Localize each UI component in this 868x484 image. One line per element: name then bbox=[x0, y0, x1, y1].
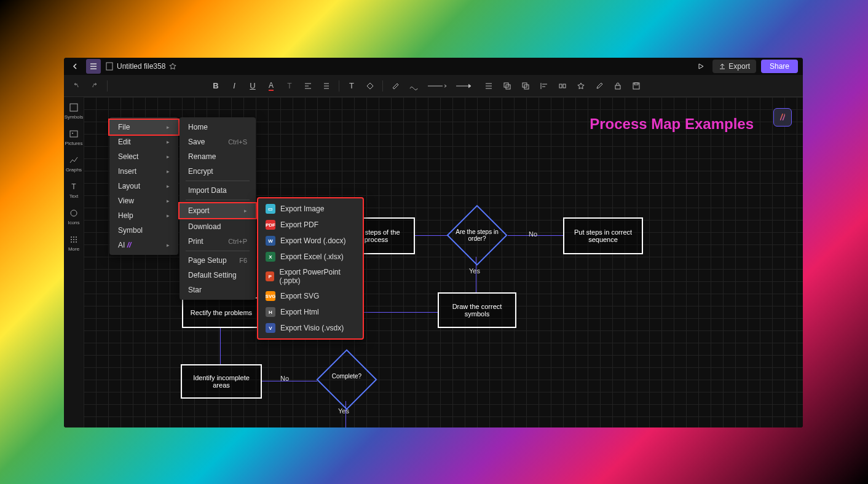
flow-box-rectify[interactable]: Rectify the problems bbox=[182, 297, 261, 328]
menu-item-save[interactable]: SaveCtrl+S bbox=[180, 135, 256, 149]
undo-button[interactable] bbox=[69, 79, 84, 93]
main-menu: File▸Edit▸Select▸Insert▸Layout▸View▸Help… bbox=[109, 117, 178, 255]
export-item-export-visio-vsdx-[interactable]: VExport Visio (.vsdx) bbox=[258, 320, 363, 336]
italic-button[interactable]: I bbox=[227, 79, 242, 93]
svg-rect-0 bbox=[106, 63, 112, 70]
svg-rect-13 bbox=[70, 131, 77, 137]
document-filename[interactable]: Untitled file358 bbox=[117, 62, 165, 71]
upload-icon bbox=[719, 63, 726, 70]
menu-item-select[interactable]: Select▸ bbox=[109, 149, 178, 164]
flow-label: Yes bbox=[469, 267, 480, 275]
menu-item-page-setup[interactable]: Page SetupF6 bbox=[180, 253, 256, 268]
flow-connector bbox=[262, 381, 317, 381]
align-button[interactable] bbox=[301, 79, 315, 93]
effects-button[interactable] bbox=[574, 79, 588, 93]
align-left-button[interactable] bbox=[537, 79, 551, 93]
sidebar-pictures[interactable]: Pictures bbox=[65, 128, 83, 146]
menu-item-edit[interactable]: Edit▸ bbox=[109, 135, 178, 149]
export-item-export-pdf[interactable]: PDFExport PDF bbox=[258, 217, 363, 233]
export-item-export-svg[interactable]: SVGExport SVG bbox=[258, 288, 363, 304]
distribute-button[interactable] bbox=[555, 79, 570, 93]
flow-label: No bbox=[529, 230, 537, 238]
svg-point-16 bbox=[71, 236, 72, 238]
text-tool-button[interactable]: T bbox=[344, 79, 359, 93]
menu-item-star[interactable]: Star bbox=[180, 283, 256, 297]
menu-item-view[interactable]: View▸ bbox=[109, 193, 178, 208]
arrow-style-dropdown[interactable] bbox=[453, 79, 478, 93]
file-submenu: HomeSaveCtrl+SRenameEncryptImport DataEx… bbox=[180, 117, 256, 300]
layer-back-button[interactable] bbox=[518, 79, 533, 93]
menu-item-print[interactable]: PrintCtrl+P bbox=[180, 234, 256, 249]
export-item-export-html[interactable]: HExport Html bbox=[258, 304, 363, 320]
svg-point-15 bbox=[71, 210, 77, 216]
flow-decision-complete[interactable]: Complete? bbox=[316, 358, 377, 401]
menu-item-download[interactable]: Download bbox=[180, 219, 256, 234]
layer-front-button[interactable] bbox=[500, 79, 515, 93]
edit-button[interactable] bbox=[592, 79, 607, 93]
flow-box-putsteps[interactable]: Put steps in correct sequence bbox=[563, 217, 643, 254]
flow-decision-order[interactable]: Are the steps in order? bbox=[446, 214, 508, 257]
line-spacing-button[interactable] bbox=[319, 79, 334, 93]
save-icon-button[interactable] bbox=[629, 79, 644, 93]
menu-item-layout[interactable]: Layout▸ bbox=[109, 179, 178, 193]
menu-item-help[interactable]: Help▸ bbox=[109, 208, 178, 223]
document-title-area: Untitled file358 bbox=[106, 62, 176, 71]
paint-button[interactable] bbox=[388, 79, 403, 93]
export-item-export-word-docx-[interactable]: WExport Word (.docx) bbox=[258, 233, 363, 249]
canvas[interactable]: Process Map Examples List steps of the p… bbox=[84, 97, 803, 427]
sidebar-symbols[interactable]: Symbols bbox=[65, 102, 84, 120]
connector-button[interactable] bbox=[406, 79, 421, 93]
menu-item-insert[interactable]: Insert▸ bbox=[109, 164, 178, 179]
share-button[interactable]: Share bbox=[761, 60, 798, 73]
sidebar-more[interactable]: More bbox=[68, 234, 79, 252]
flow-connector bbox=[220, 328, 221, 365]
underline-button[interactable]: U bbox=[245, 79, 260, 93]
line-style-dropdown[interactable] bbox=[425, 79, 449, 93]
ai-assistant-button[interactable]: // bbox=[773, 108, 792, 127]
star-icon[interactable] bbox=[169, 63, 176, 70]
sidebar-icons[interactable]: Icons bbox=[68, 208, 79, 225]
menu-item-symbol[interactable]: Symbol bbox=[109, 223, 178, 238]
export-button[interactable]: Export bbox=[712, 60, 756, 73]
list-button[interactable] bbox=[481, 79, 496, 93]
back-button[interactable] bbox=[69, 60, 81, 72]
menu-item-encrypt[interactable]: Encrypt bbox=[180, 164, 256, 179]
menu-item-export[interactable]: Export▸ bbox=[178, 202, 257, 219]
flow-box-drawcorrect[interactable]: Draw the correct symbols bbox=[438, 292, 516, 328]
sidebar-graphs[interactable]: Graphs bbox=[66, 155, 82, 173]
bold-button[interactable]: B bbox=[208, 79, 223, 93]
export-item-export-image[interactable]: ▭Export Image bbox=[258, 201, 363, 217]
document-icon bbox=[106, 62, 113, 71]
export-submenu: ▭Export ImagePDFExport PDFWExport Word (… bbox=[257, 197, 364, 340]
menu-item-import-data[interactable]: Import Data bbox=[180, 183, 256, 198]
lock-button[interactable] bbox=[610, 79, 625, 93]
menu-item-home[interactable]: Home bbox=[180, 120, 256, 135]
font-color-button[interactable]: A bbox=[264, 79, 278, 93]
svg-point-21 bbox=[76, 239, 77, 240]
hamburger-menu-button[interactable] bbox=[86, 59, 101, 74]
flow-label: No bbox=[280, 375, 289, 382]
export-button-label: Export bbox=[728, 62, 750, 71]
text-style-button[interactable]: T bbox=[282, 79, 297, 93]
ai-icon: // bbox=[780, 112, 785, 122]
shape-tool-button[interactable] bbox=[363, 79, 377, 93]
svg-point-18 bbox=[76, 236, 77, 238]
export-item-export-excel-xlsx-[interactable]: XExport Excel (.xlsx) bbox=[258, 249, 363, 265]
svg-point-24 bbox=[76, 241, 77, 243]
format-toolbar: B I U A T T bbox=[64, 75, 803, 97]
svg-rect-12 bbox=[70, 104, 77, 111]
redo-button[interactable] bbox=[87, 79, 102, 93]
menu-item-rename[interactable]: Rename bbox=[180, 149, 256, 164]
menu-item-file[interactable]: File▸ bbox=[108, 119, 180, 136]
flow-box-identify[interactable]: Identify incomplete areas bbox=[181, 364, 262, 399]
svg-point-20 bbox=[73, 239, 74, 240]
titlebar: Untitled file358 Export Share bbox=[64, 58, 803, 75]
svg-point-22 bbox=[71, 241, 72, 243]
menu-item-ai[interactable]: AI //▸ bbox=[109, 238, 178, 252]
export-item-export-powerpoint-pptx-[interactable]: PExport PowerPoint (.pptx) bbox=[258, 265, 363, 288]
menu-item-default-setting[interactable]: Default Setting bbox=[180, 268, 256, 283]
svg-point-17 bbox=[73, 236, 74, 238]
sidebar-text[interactable]: TText bbox=[68, 181, 79, 199]
play-button[interactable] bbox=[694, 60, 708, 73]
svg-rect-7 bbox=[559, 84, 562, 88]
